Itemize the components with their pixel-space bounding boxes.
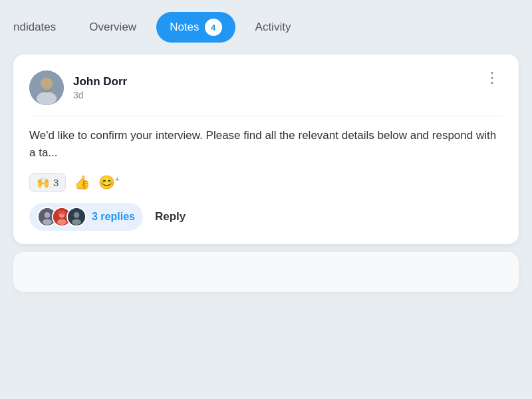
author-info: John Dorr 3d (73, 75, 127, 100)
reply-button[interactable]: Reply (152, 206, 188, 227)
svg-point-6 (45, 212, 51, 218)
note-header: John Dorr 3d ⋮ (29, 70, 503, 105)
author-name: John Dorr (73, 75, 127, 88)
reply-avatars-button[interactable]: 3 replies (29, 203, 143, 231)
tab-notes[interactable]: Notes 4 (156, 12, 235, 43)
svg-point-4 (41, 78, 52, 88)
reply-avatar-3 (66, 207, 86, 227)
reaction-emoji: 🙌 (37, 176, 50, 189)
note-time: 3d (73, 90, 127, 100)
note-body: We'd like to confirm your interview. Ple… (29, 127, 503, 162)
note-card-stub (13, 252, 519, 292)
svg-point-7 (43, 219, 52, 225)
tab-overview[interactable]: Overview (76, 14, 150, 41)
note-author: John Dorr 3d (29, 70, 127, 105)
tab-bar: ndidates Overview Notes 4 Activity (0, 0, 532, 55)
svg-point-2 (37, 92, 57, 105)
svg-point-10 (57, 219, 66, 225)
reaction-count: 3 (53, 177, 59, 188)
thumbs-up-icon[interactable]: 👍 (74, 174, 90, 190)
emoji-reaction-pill[interactable]: 🙌 3 (29, 173, 66, 192)
add-emoji-icon[interactable]: 😊+ (98, 174, 119, 190)
tab-candidates[interactable]: ndidates (0, 14, 69, 41)
notes-badge: 4 (205, 19, 222, 36)
note-divider (29, 116, 503, 116)
tab-activity[interactable]: Activity (242, 14, 305, 41)
replies-label: 3 replies (92, 211, 135, 223)
replies-row: 3 replies Reply (29, 203, 503, 231)
more-options-button[interactable]: ⋮ (482, 70, 503, 85)
svg-point-13 (72, 219, 81, 225)
svg-point-12 (74, 212, 80, 218)
reactions-row: 🙌 3 👍 😊+ (29, 173, 503, 192)
avatar (29, 70, 64, 105)
note-card: John Dorr 3d ⋮ We'd like to confirm your… (13, 55, 519, 244)
notes-content: John Dorr 3d ⋮ We'd like to confirm your… (0, 55, 532, 292)
